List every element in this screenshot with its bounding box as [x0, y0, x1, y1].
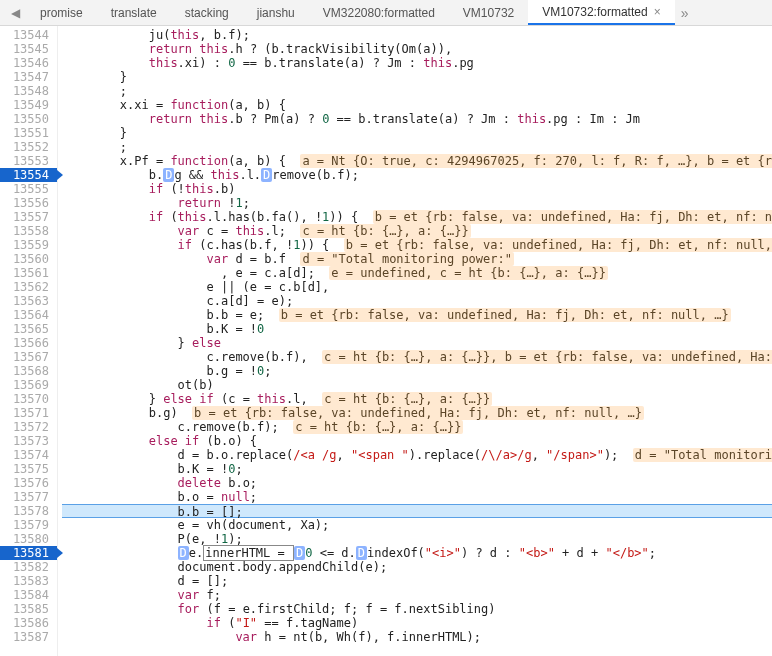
- line-number[interactable]: 13577: [0, 490, 57, 504]
- code-line[interactable]: delete b.o;: [62, 476, 772, 490]
- line-number[interactable]: 13585: [0, 602, 57, 616]
- line-number[interactable]: 13564: [0, 308, 57, 322]
- code-line[interactable]: b.b = [];: [62, 504, 772, 518]
- line-number[interactable]: 13558: [0, 224, 57, 238]
- code-line[interactable]: var f;: [62, 588, 772, 602]
- line-number[interactable]: 13570: [0, 392, 57, 406]
- code-line[interactable]: this.xi) : 0 == b.translate(a) ? Jm : th…: [62, 56, 772, 70]
- code-line[interactable]: ju(this, b.f);: [62, 28, 772, 42]
- code-line[interactable]: if (this.l.has(b.fa(), !1)) { b = et {rb…: [62, 210, 772, 224]
- line-number[interactable]: 13578: [0, 504, 57, 518]
- line-number[interactable]: 13572: [0, 420, 57, 434]
- line-number[interactable]: 13566: [0, 336, 57, 350]
- code-line[interactable]: if (c.has(b.f, !1)) { b = et {rb: false,…: [62, 238, 772, 252]
- line-number[interactable]: 13544: [0, 28, 57, 42]
- tab-promise[interactable]: promise: [26, 0, 97, 25]
- code-line[interactable]: b.g) b = et {rb: false, va: undefined, H…: [62, 406, 772, 420]
- code-line[interactable]: b.o = null;: [62, 490, 772, 504]
- code-line[interactable]: e || (e = c.b[d],: [62, 280, 772, 294]
- code-line[interactable]: for (f = e.firstChild; f; f = f.nextSibl…: [62, 602, 772, 616]
- code-line[interactable]: b.g = !0;: [62, 364, 772, 378]
- line-number[interactable]: 13563: [0, 294, 57, 308]
- code-line[interactable]: De.innerHTML = D0 <= d.DindexOf("<i>") ?…: [62, 546, 772, 560]
- line-number[interactable]: 13565: [0, 322, 57, 336]
- tab-vm10732[interactable]: VM10732: [449, 0, 528, 25]
- code-line[interactable]: x.Pf = function(a, b) { a = Nt {O: true,…: [62, 154, 772, 168]
- tab-vm322080[interactable]: VM322080:formatted: [309, 0, 449, 25]
- code-line[interactable]: return this.b ? Pm(a) ? 0 == b.translate…: [62, 112, 772, 126]
- code-line[interactable]: }: [62, 126, 772, 140]
- line-number[interactable]: 13569: [0, 378, 57, 392]
- tab-vm10732-formatted[interactable]: VM10732:formatted ×: [528, 0, 674, 25]
- line-number[interactable]: 13548: [0, 84, 57, 98]
- code-line[interactable]: c.remove(b.f); c = ht {b: {…}, a: {…}}: [62, 420, 772, 434]
- code-line[interactable]: e = vh(document, Xa);: [62, 518, 772, 532]
- line-number[interactable]: 13553: [0, 154, 57, 168]
- code-line[interactable]: if (!this.b): [62, 182, 772, 196]
- line-number[interactable]: 13571: [0, 406, 57, 420]
- line-number[interactable]: 13557: [0, 210, 57, 224]
- close-icon[interactable]: ×: [654, 5, 661, 19]
- line-number[interactable]: 13550: [0, 112, 57, 126]
- code-line[interactable]: b.K = !0: [62, 322, 772, 336]
- line-number[interactable]: 13575: [0, 462, 57, 476]
- tab-stacking[interactable]: stacking: [171, 0, 243, 25]
- code-line[interactable]: var h = nt(b, Wh(f), f.innerHTML);: [62, 630, 772, 644]
- tab-jianshu[interactable]: jianshu: [243, 0, 309, 25]
- code-line[interactable]: b.b = e; b = et {rb: false, va: undefine…: [62, 308, 772, 322]
- line-number[interactable]: 13547: [0, 70, 57, 84]
- code-line[interactable]: else if (b.o) {: [62, 434, 772, 448]
- code-line[interactable]: var c = this.l; c = ht {b: {…}, a: {…}}: [62, 224, 772, 238]
- line-number[interactable]: 13551: [0, 126, 57, 140]
- code-line[interactable]: b.Dg && this.l.Dremove(b.f);: [62, 168, 772, 182]
- line-number[interactable]: 13554: [0, 168, 57, 182]
- gutter[interactable]: 1354413545135461354713548135491355013551…: [0, 26, 58, 656]
- code-line[interactable]: ;: [62, 140, 772, 154]
- code-line[interactable]: P(e, !1);: [62, 532, 772, 546]
- line-number[interactable]: 13560: [0, 252, 57, 266]
- line-number[interactable]: 13549: [0, 98, 57, 112]
- code-line[interactable]: } else if (c = this.l, c = ht {b: {…}, a…: [62, 392, 772, 406]
- line-number[interactable]: 13562: [0, 280, 57, 294]
- code-line[interactable]: if ("I" == f.tagName): [62, 616, 772, 630]
- line-number[interactable]: 13552: [0, 140, 57, 154]
- code-line[interactable]: b.K = !0;: [62, 462, 772, 476]
- line-number[interactable]: 13568: [0, 364, 57, 378]
- line-number[interactable]: 13545: [0, 42, 57, 56]
- line-number[interactable]: 13581: [0, 546, 57, 560]
- code-line[interactable]: return !1;: [62, 196, 772, 210]
- line-number[interactable]: 13583: [0, 574, 57, 588]
- code-line[interactable]: x.xi = function(a, b) {: [62, 98, 772, 112]
- line-number[interactable]: 13584: [0, 588, 57, 602]
- line-number[interactable]: 13582: [0, 560, 57, 574]
- code-line[interactable]: return this.h ? (b.trackVisibility(Om(a)…: [62, 42, 772, 56]
- line-number[interactable]: 13561: [0, 266, 57, 280]
- line-number[interactable]: 13555: [0, 182, 57, 196]
- code-line[interactable]: d = [];: [62, 574, 772, 588]
- line-number[interactable]: 13556: [0, 196, 57, 210]
- code-line[interactable]: } else: [62, 336, 772, 350]
- line-number[interactable]: 13574: [0, 448, 57, 462]
- code-line[interactable]: , e = c.a[d]; e = undefined, c = ht {b: …: [62, 266, 772, 280]
- code-area[interactable]: ju(this, b.f); return this.h ? (b.trackV…: [58, 26, 772, 656]
- code-line[interactable]: ;: [62, 84, 772, 98]
- tabs-overflow-icon[interactable]: »: [675, 5, 695, 21]
- code-line[interactable]: }: [62, 70, 772, 84]
- tab-prev-icon[interactable]: ◀: [8, 5, 22, 21]
- line-number[interactable]: 13546: [0, 56, 57, 70]
- line-number[interactable]: 13573: [0, 434, 57, 448]
- code-line[interactable]: c.remove(b.f), c = ht {b: {…}, a: {…}}, …: [62, 350, 772, 364]
- line-number[interactable]: 13576: [0, 476, 57, 490]
- line-number[interactable]: 13559: [0, 238, 57, 252]
- code-line[interactable]: var d = b.f d = "Total monitoring power:…: [62, 252, 772, 266]
- code-line[interactable]: d = b.o.replace(/<a /g, "<span ").replac…: [62, 448, 772, 462]
- line-number[interactable]: 13580: [0, 532, 57, 546]
- code-line[interactable]: document.body.appendChild(e);: [62, 560, 772, 574]
- line-number[interactable]: 13587: [0, 630, 57, 644]
- tab-translate[interactable]: translate: [97, 0, 171, 25]
- line-number[interactable]: 13586: [0, 616, 57, 630]
- line-number[interactable]: 13567: [0, 350, 57, 364]
- line-number[interactable]: 13579: [0, 518, 57, 532]
- code-line[interactable]: c.a[d] = e);: [62, 294, 772, 308]
- code-line[interactable]: ot(b): [62, 378, 772, 392]
